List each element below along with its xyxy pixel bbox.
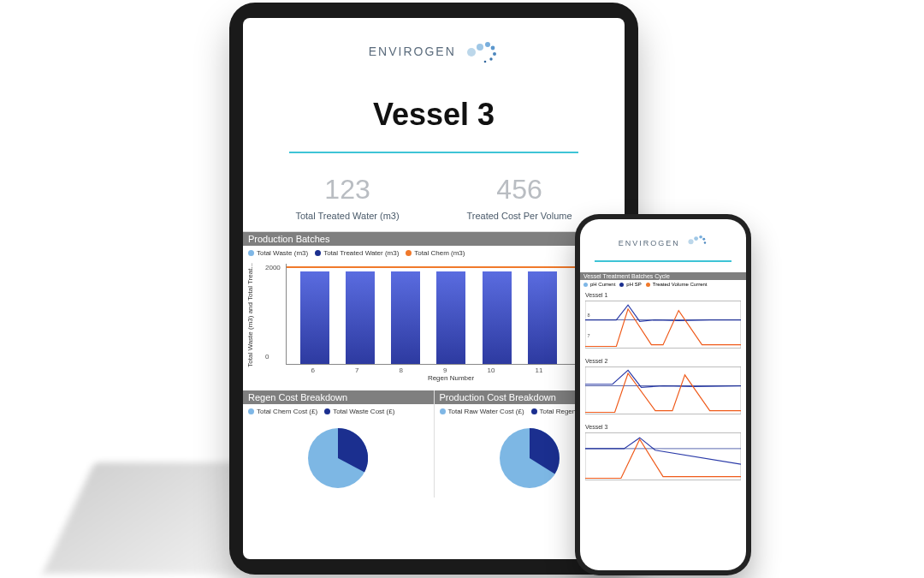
svg-point-12 [703,238,706,241]
chart-legend: Total Chem Cost (£) Total Waste Cost (£) [243,404,434,419]
vessel-block: Vessel 1 8 7 [580,289,746,355]
legend-text: Total Waste Cost (£) [333,408,394,415]
bar-chart-overlay-line [287,266,616,268]
ytick: 0 [265,353,269,361]
phone-device: ENVIROGEN Vessel Treatment Batches Cycle… [575,214,751,575]
svg-rect-18 [585,433,741,480]
tablet-screen: ENVIROGEN Vessel 3 123 Total Treated Wat… [243,18,625,559]
legend-dot-icon [531,408,537,414]
svg-point-6 [484,61,487,63]
xtick: 9 [443,366,447,374]
panel-title: Regen Cost Breakdown [243,390,434,404]
brand-logo-icon [684,231,708,253]
svg-point-3 [491,46,495,51]
bar [391,271,420,364]
brand-name: ENVIROGEN [369,45,456,58]
chart-legend: Total Waste (m3) Total Treated Water (m3… [243,246,625,260]
panel-regen-cost: Regen Cost Breakdown Total Chem Cost (£)… [243,390,434,498]
tablet-header: ENVIROGEN [243,18,625,78]
xtick: 6 [311,366,315,374]
xtick: 8 [400,366,403,374]
xtick: 11 [536,366,543,374]
legend-dot-icon [248,250,254,256]
sparkline-chart-icon: 8 7 [585,300,741,349]
brand-name: ENVIROGEN [619,239,680,247]
vessel-name: Vessel 1 [585,292,741,298]
legend-dot-icon [646,283,650,287]
bar-chart-ylabel: Total Waste (m3) and Total Treat... [246,263,254,367]
svg-point-9 [689,239,694,244]
xtick: 10 [488,366,495,374]
phone-screen: ENVIROGEN Vessel Treatment Batches Cycle… [580,219,746,570]
legend-dot-icon [619,283,624,287]
kpi-total-treated-water: 123 Total Treated Water (m3) [295,174,399,221]
bar-chart-xaxis: 6 7 8 9 10 11 12 [286,365,616,374]
legend-text: Treated Volume Current [653,282,708,287]
svg-point-5 [490,57,493,60]
bar-chart-xlabel: Regen Number [286,374,616,382]
kpi-value: 123 [295,174,399,206]
svg-rect-14 [585,301,741,349]
svg-point-1 [477,44,483,51]
svg-rect-17 [585,367,741,414]
svg-point-11 [699,235,702,239]
bar [300,271,329,364]
svg-text:8: 8 [587,313,589,318]
legend-text: Total Chem (m3) [414,249,465,257]
legend-dot-icon [406,250,412,256]
bar [528,271,557,364]
legend-text: Total Raw Water Cost (£) [448,408,524,415]
bar [346,271,375,364]
legend-text: pH Current [590,282,615,287]
svg-point-13 [704,241,706,243]
brand-logo-icon [459,35,499,69]
bar-chart: Total Waste (m3) and Total Treat... 2000… [243,260,625,390]
bar [436,271,465,364]
legend-dot-icon [315,250,321,256]
panel-title: Vessel Treatment Batches Cycle [580,272,746,280]
vessel-name: Vessel 3 [585,424,741,430]
ytick: 2000 [265,264,281,271]
legend-dot-icon [248,408,254,414]
kpi-treated-cost-per-volume: 456 Treated Cost Per Volume [466,174,572,221]
pie-chart-icon [308,428,368,488]
legend-dot-icon [324,408,330,414]
legend-dot-icon [440,408,446,414]
vessel-block: Vessel 2 [580,355,746,420]
svg-point-4 [493,52,496,56]
sparkline-chart-icon [585,366,741,415]
bar [483,271,512,364]
panel-title: Production Batches [243,232,625,246]
legend-dot-icon [583,283,588,287]
title-divider [595,260,731,262]
vessel-name: Vessel 2 [585,358,741,364]
svg-text:7: 7 [587,333,589,338]
svg-point-2 [485,42,490,47]
xtick: 7 [355,366,358,374]
svg-point-10 [694,236,698,241]
phone-header: ENVIROGEN [580,219,746,272]
sparkline-chart-icon [585,432,741,481]
panel-production-batches: Production Batches Total Waste (m3) Tota… [243,231,625,390]
chart-legend: pH Current pH SP Treated Volume Current [580,280,746,289]
kpi-value: 456 [466,174,572,206]
vessel-block: Vessel 3 [580,420,746,486]
title-divider [289,152,579,153]
legend-text: Total Treated Water (m3) [323,249,399,257]
legend-text: Total Waste (m3) [257,249,308,257]
page-title: Vessel 3 [243,97,625,133]
legend-text: Total Chem Cost (£) [257,408,317,415]
kpi-label: Treated Cost Per Volume [466,211,572,221]
pie-chart-icon [500,428,560,488]
legend-text: pH SP [626,282,641,287]
kpi-label: Total Treated Water (m3) [295,211,399,221]
svg-point-0 [467,48,476,57]
